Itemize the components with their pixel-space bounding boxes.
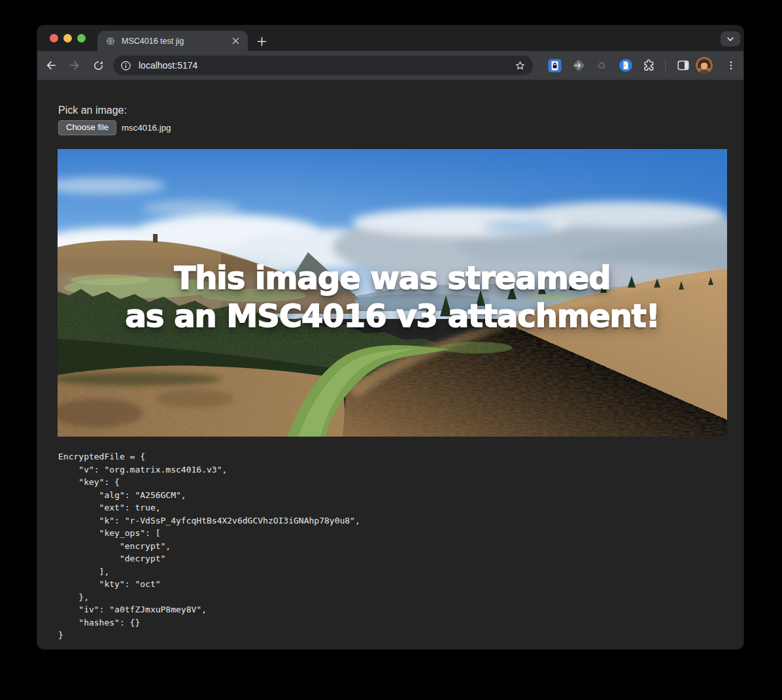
browser-window: MSC4016 test jig bbox=[37, 25, 743, 649]
overlay-line-2: as an MSC4016 v3 attachment! bbox=[58, 297, 727, 335]
overlay-line-1: This image was streamed bbox=[58, 259, 727, 297]
page-content: Pick an image: Choose file msc4016.jpg bbox=[37, 80, 743, 649]
side-panel-icon bbox=[676, 58, 690, 73]
back-arrow-icon bbox=[44, 59, 58, 72]
file-input: Choose file msc4016.jpg bbox=[58, 120, 171, 135]
toolbar-separator bbox=[665, 59, 666, 71]
three-dot-menu-icon bbox=[725, 59, 737, 71]
chevron-down-icon bbox=[726, 35, 735, 44]
forward-button[interactable] bbox=[65, 56, 84, 75]
tab-search-button[interactable] bbox=[721, 31, 740, 46]
diamond-arrow-extension-icon[interactable] bbox=[570, 57, 587, 74]
extensions-puzzle-icon[interactable] bbox=[641, 57, 658, 74]
globe-favicon-icon bbox=[105, 36, 116, 46]
code-line: ], bbox=[58, 565, 360, 578]
bookmark-star-icon[interactable] bbox=[514, 59, 526, 72]
code-line: "iv": "a0tfZJmxuP8mey8V", bbox=[58, 603, 360, 616]
reload-button[interactable] bbox=[89, 56, 107, 75]
window-controls bbox=[50, 34, 86, 42]
fullscreen-window-button[interactable] bbox=[77, 34, 86, 42]
code-line: "key": { bbox=[58, 476, 360, 489]
reload-icon bbox=[92, 59, 105, 72]
side-panel-button[interactable] bbox=[675, 57, 692, 74]
code-line: "alg": "A256GCM", bbox=[58, 489, 360, 502]
minimize-window-button[interactable] bbox=[63, 34, 72, 42]
code-line: }, bbox=[58, 591, 360, 604]
streamed-image: This image was streamed as an MSC4016 v3… bbox=[58, 149, 727, 437]
tab-close-icon[interactable] bbox=[230, 35, 241, 46]
recycle-extension-icon[interactable]: ♻ bbox=[593, 57, 610, 74]
browser-menu-button[interactable] bbox=[722, 57, 740, 74]
profile-avatar[interactable] bbox=[696, 57, 713, 74]
selected-filename: msc4016.jpg bbox=[122, 123, 171, 133]
code-line: "hashes": {} bbox=[58, 616, 360, 629]
tab-title: MSC4016 test jig bbox=[122, 37, 230, 46]
code-line: "kty": "oct" bbox=[58, 578, 360, 591]
forward-arrow-icon bbox=[68, 59, 81, 72]
back-button[interactable] bbox=[42, 56, 60, 75]
code-line: "encrypt", bbox=[58, 540, 360, 553]
image-overlay-text: This image was streamed as an MSC4016 v3… bbox=[58, 259, 727, 335]
code-line: } bbox=[58, 629, 360, 642]
code-line: "key_ops": [ bbox=[58, 527, 360, 540]
document-extension-icon[interactable] bbox=[617, 57, 634, 74]
pick-image-label: Pick an image: bbox=[58, 105, 127, 116]
code-line: "decrypt" bbox=[58, 552, 360, 565]
code-line: "ext": true, bbox=[58, 501, 360, 514]
tab-strip: MSC4016 test jig bbox=[37, 25, 743, 51]
browser-toolbar: localhost:5174 bbox=[37, 51, 743, 80]
password-manager-extension-icon[interactable] bbox=[546, 57, 563, 74]
choose-file-button[interactable]: Choose file bbox=[58, 120, 116, 135]
url-text[interactable]: localhost:5174 bbox=[139, 60, 514, 71]
close-window-button[interactable] bbox=[50, 34, 58, 42]
site-info-icon[interactable] bbox=[120, 59, 132, 72]
code-line: EncryptedFile = { bbox=[58, 450, 360, 463]
browser-tab[interactable]: MSC4016 test jig bbox=[97, 31, 248, 51]
code-line: "v": "org.matrix.msc4016.v3", bbox=[58, 463, 360, 476]
screenshot-stage: MSC4016 test jig bbox=[0, 0, 782, 700]
code-line: "k": "r-VdSsP_4yfcqHtBs4X2v6dGCVhzOI3iGN… bbox=[58, 514, 360, 527]
encrypted-file-code: EncryptedFile = { "v": "org.matrix.msc40… bbox=[58, 450, 360, 642]
new-tab-button[interactable] bbox=[253, 33, 270, 50]
address-bar[interactable]: localhost:5174 bbox=[113, 56, 533, 75]
